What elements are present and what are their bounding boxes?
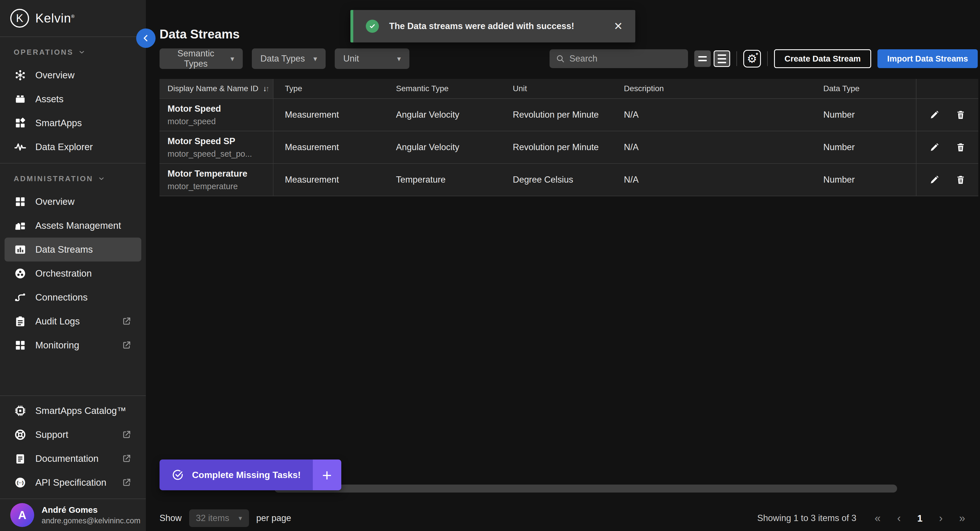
sidebar-item-overview[interactable]: Overview: [0, 190, 146, 214]
caret-down-icon: ▾: [231, 54, 234, 63]
sidebar-item-support[interactable]: Support: [0, 423, 146, 447]
edit-button[interactable]: [928, 141, 940, 153]
cell-semantic-type: Angular Velocity: [385, 99, 501, 131]
section-label-operations[interactable]: OPERATIONS: [0, 41, 146, 63]
column-header-actions: [916, 79, 978, 98]
create-data-stream-button[interactable]: Create Data Stream: [774, 49, 872, 68]
cell-unit: Degree Celsius: [501, 164, 612, 196]
puzzle-brick-icon: [14, 219, 27, 232]
connections-icon: [14, 291, 27, 304]
toolbar-divider: [737, 51, 737, 66]
density-compact-button[interactable]: [714, 51, 730, 67]
sidebar-item-label: Data Explorer: [35, 141, 93, 153]
table-settings-button[interactable]: ⚙ ✦: [743, 50, 761, 67]
cell-actions: [916, 164, 978, 196]
sidebar-item-audit-logs[interactable]: Audit Logs: [0, 309, 146, 333]
delete-button[interactable]: [955, 109, 967, 121]
edit-button[interactable]: [928, 174, 940, 186]
chevron-down-icon: [98, 175, 105, 182]
cell-semantic-type: Temperature: [385, 164, 501, 196]
column-header-data-type: Data Type: [812, 79, 916, 98]
check-circle-icon: [172, 469, 184, 481]
sidebar-item-label: Connections: [35, 292, 88, 303]
cell-unit: Revolution per Minute: [501, 131, 612, 163]
column-header-unit: Unit: [501, 79, 612, 98]
page-title: Data Streams: [159, 27, 240, 41]
sidebar-item-smartapps-catalog-[interactable]: SmartApps Catalog™: [0, 399, 146, 423]
sidebar-item-monitoring[interactable]: Monitoring: [0, 333, 146, 357]
section-label-text: ADMINISTRATION: [14, 174, 93, 183]
import-data-streams-button[interactable]: Import Data Streams: [877, 49, 978, 68]
cell-unit: Revolution per Minute: [501, 99, 612, 131]
sidebar-item-data-explorer[interactable]: Data Explorer: [0, 135, 146, 159]
table-row[interactable]: Motor Temperature motor_temperature Meas…: [159, 164, 978, 196]
task-button-main[interactable]: Complete Missing Tasks!: [159, 459, 313, 490]
sidebar-collapse-button[interactable]: [136, 29, 156, 48]
table-row[interactable]: Motor Speed motor_speed Measurement Angu…: [159, 99, 978, 131]
table-row[interactable]: Motor Speed SP motor_speed_set_po... Mea…: [159, 131, 978, 164]
complete-missing-tasks-button[interactable]: Complete Missing Tasks! +: [159, 459, 341, 490]
per-page-label: per page: [256, 513, 291, 523]
toolbar: ⚙ ✦ Create Data Stream Import Data Strea…: [550, 49, 978, 68]
sidebar-item-assets-management[interactable]: Assets Management: [0, 214, 146, 238]
sidebar-item-smartapps[interactable]: SmartApps: [0, 111, 146, 135]
sidebar-item-label: Support: [35, 429, 68, 440]
external-link-icon: [121, 316, 132, 327]
cell-description: N/A: [612, 131, 812, 163]
semantic-types-filter[interactable]: Semantic Types ▾: [159, 48, 243, 69]
next-page-button[interactable]: ›: [939, 513, 943, 524]
toast-message: The Data streams were added with success…: [389, 21, 574, 31]
caret-down-icon: ▾: [397, 54, 401, 63]
external-link-icon: [121, 453, 132, 464]
table-header: Display Name & Name ID ↓↑ Type Semantic …: [159, 79, 978, 99]
page-size-select[interactable]: 32 items ▾: [189, 509, 249, 527]
sidebar-item-orchestration[interactable]: Orchestration: [0, 262, 146, 285]
orchestration-icon: [14, 267, 27, 280]
main-content: The Data streams were added with success…: [146, 0, 980, 531]
logo[interactable]: K Kelvin®: [0, 0, 146, 37]
toast-close-button[interactable]: ✕: [614, 21, 623, 32]
sidebar-item-label: API Specification: [35, 477, 106, 488]
column-header-display-name[interactable]: Display Name & Name ID ↓↑: [159, 79, 274, 98]
edit-button[interactable]: [928, 109, 940, 121]
app-root: K Kelvin® OPERATIONS Overview Assets Sma…: [0, 0, 980, 531]
sidebar-item-data-streams[interactable]: Data Streams: [5, 238, 141, 262]
section-label-text: OPERATIONS: [14, 48, 73, 57]
sidebar-item-label: Monitoring: [35, 340, 79, 351]
caret-down-icon: ▾: [313, 54, 317, 63]
sidebar-item-label: SmartApps Catalog™: [35, 405, 126, 416]
search-input[interactable]: [570, 54, 682, 64]
cell-display-name: Motor Temperature motor_temperature: [159, 164, 274, 196]
success-check-icon: [366, 20, 379, 33]
delete-button[interactable]: [955, 141, 967, 153]
table-body: Motor Speed motor_speed Measurement Angu…: [159, 99, 978, 196]
sidebar-item-overview[interactable]: Overview: [0, 63, 146, 87]
density-comfortable-button[interactable]: [694, 51, 711, 67]
row-name: Motor Speed SP: [167, 136, 235, 146]
sidebar-item-api-specification[interactable]: {··} API Specification: [0, 471, 146, 494]
scrollbar-thumb[interactable]: [274, 485, 897, 493]
column-header-type: Type: [274, 79, 385, 98]
section-label-administration[interactable]: ADMINISTRATION: [0, 167, 146, 190]
data-types-filter[interactable]: Data Types ▾: [252, 48, 326, 69]
sidebar-item-label: Audit Logs: [35, 316, 80, 327]
cell-semantic-type: Angular Velocity: [385, 131, 501, 163]
pagination-controls: Showing 1 to 3 items of 3 «‹1›»: [757, 513, 965, 524]
svg-text:{··}: {··}: [17, 480, 24, 485]
sidebar-item-label: SmartApps: [35, 118, 82, 129]
prev-page-button[interactable]: ‹: [897, 513, 901, 524]
first-page-button[interactable]: «: [875, 513, 881, 524]
sidebar-item-assets[interactable]: Assets: [0, 87, 146, 111]
delete-button[interactable]: [955, 174, 967, 186]
user-menu[interactable]: A André Gomes andre.gomes@kelvininc.com: [0, 499, 146, 531]
horizontal-scrollbar: [274, 485, 897, 493]
last-page-button[interactable]: »: [959, 513, 965, 524]
page-number[interactable]: 1: [917, 514, 923, 523]
task-add-button[interactable]: +: [313, 459, 341, 490]
api-icon: {··}: [14, 476, 27, 489]
unit-filter[interactable]: Unit ▾: [335, 48, 409, 69]
cell-description: N/A: [612, 164, 812, 196]
sidebar-item-documentation[interactable]: Documentation: [0, 447, 146, 471]
user-email: andre.gomes@kelvininc.com: [41, 517, 140, 525]
sidebar-item-connections[interactable]: Connections: [0, 285, 146, 309]
